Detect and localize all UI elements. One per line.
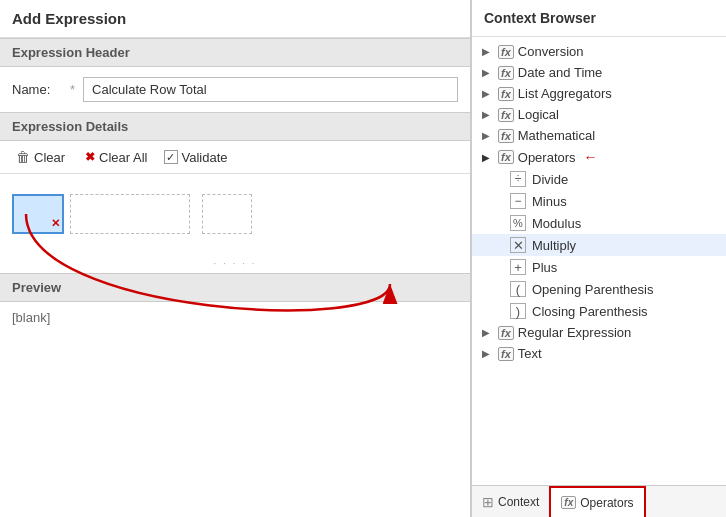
left-panel: Add Expression Expression Header Name: *… [0,0,471,517]
tab-operators-label: Operators [580,496,633,510]
expression-header-label: Expression Header [0,38,470,67]
clear-label: Clear [34,150,65,165]
sub-item-modulus[interactable]: % Modulus [472,212,726,234]
preview-label: Preview [0,273,470,302]
sub-label-minus: Minus [532,194,567,209]
expr-close-icon[interactable]: ✕ [51,217,60,230]
tree-label-conversion: Conversion [518,44,584,59]
expression-area: ✕ [0,174,470,254]
expr-box-empty[interactable] [70,194,190,234]
validate-checkbox[interactable]: ✓ [164,150,178,164]
multiply-icon: ✕ [510,237,526,253]
fx-icon: fx [498,347,514,361]
open-paren-icon: ( [510,281,526,297]
tree-item-conversion[interactable]: ▶ fx Conversion [472,41,726,62]
validate-wrapper[interactable]: ✓ Validate [164,150,228,165]
fx-icon: fx [498,87,514,101]
chevron-right-icon: ▶ [482,327,494,338]
chevron-right-icon: ▶ [482,130,494,141]
tree-item-list-aggregators[interactable]: ▶ fx List Aggregators [472,83,726,104]
name-input[interactable] [83,77,458,102]
name-required: * [70,82,75,97]
sub-label-divide: Divide [532,172,568,187]
sub-item-plus[interactable]: + Plus [472,256,726,278]
fx-icon: fx [498,326,514,340]
preview-value: [blank] [0,302,470,333]
name-label: Name: [12,82,62,97]
app-title: Add Expression [0,0,470,38]
tree-item-mathematical[interactable]: ▶ fx Mathematical [472,125,726,146]
clear-all-label: Clear All [99,150,147,165]
tree-label-text: Text [518,346,542,361]
chevron-down-icon: ▶ [482,152,494,163]
expr-box-selected[interactable]: ✕ [12,194,64,234]
fx-icon: fx [498,108,514,122]
fx-icon: fx [498,45,514,59]
toolbar: 🗑 Clear ✖ Clear All ✓ Validate [0,141,470,174]
chevron-right-icon: ▶ [482,67,494,78]
tree-item-operators[interactable]: ▶ fx Operators ← [472,146,726,168]
chevron-right-icon: ▶ [482,348,494,359]
expr-box-right[interactable] [202,194,252,234]
chevron-right-icon: ▶ [482,46,494,57]
sub-label-modulus: Modulus [532,216,581,231]
sub-item-multiply[interactable]: ✕ Multiply [472,234,726,256]
tab-operators[interactable]: fx Operators [549,486,645,518]
modulus-icon: % [510,215,526,231]
divider: · · · · · [0,254,470,273]
bottom-tabs: ⊞ Context fx Operators [472,485,726,517]
fx-icon: fx [498,66,514,80]
expression-details-label: Expression Details [0,112,470,141]
preview-section: Preview [blank] [0,273,470,517]
tree-label-date-time: Date and Time [518,65,603,80]
tab-fx-icon: fx [561,496,576,509]
sub-label-plus: Plus [532,260,557,275]
tree-item-regular-expression[interactable]: ▶ fx Regular Expression [472,322,726,343]
tree-container: ▶ fx Conversion ▶ fx Date and Time ▶ fx … [472,37,726,485]
trash-icon: 🗑 [16,149,30,165]
tree-label-mathematical: Mathematical [518,128,595,143]
plus-icon: + [510,259,526,275]
chevron-right-icon: ▶ [482,109,494,120]
tree-item-logical[interactable]: ▶ fx Logical [472,104,726,125]
tree-item-text[interactable]: ▶ fx Text [472,343,726,364]
grid-icon: ⊞ [482,494,494,510]
tree-label-list-aggregators: List Aggregators [518,86,612,101]
divide-icon: ÷ [510,171,526,187]
name-row: Name: * [0,67,470,112]
check-icon: ✓ [166,151,175,164]
clear-all-button[interactable]: ✖ Clear All [81,148,151,167]
sub-item-closing-paren[interactable]: ) Closing Parenthesis [472,300,726,322]
tree-label-logical: Logical [518,107,559,122]
sub-item-minus[interactable]: − Minus [472,190,726,212]
clear-all-icon: ✖ [85,150,95,164]
tab-context[interactable]: ⊞ Context [472,486,549,518]
clear-button[interactable]: 🗑 Clear [12,147,69,167]
chevron-right-icon: ▶ [482,88,494,99]
close-paren-icon: ) [510,303,526,319]
tab-context-label: Context [498,495,539,509]
tree-item-date-time[interactable]: ▶ fx Date and Time [472,62,726,83]
tree-label-operators: Operators [518,150,576,165]
context-browser-title: Context Browser [472,0,726,37]
sub-label-opening-paren: Opening Parenthesis [532,282,653,297]
minus-icon: − [510,193,526,209]
operators-arrow-icon: ← [584,149,598,165]
tree-label-regular-expression: Regular Expression [518,325,631,340]
sub-label-closing-paren: Closing Parenthesis [532,304,648,319]
sub-item-divide[interactable]: ÷ Divide [472,168,726,190]
fx-icon: fx [498,150,514,164]
sub-label-multiply: Multiply [532,238,576,253]
fx-icon: fx [498,129,514,143]
validate-label: Validate [182,150,228,165]
right-panel: Context Browser ▶ fx Conversion ▶ fx Dat… [471,0,726,517]
sub-item-opening-paren[interactable]: ( Opening Parenthesis [472,278,726,300]
main-container: Add Expression Expression Header Name: *… [0,0,726,517]
